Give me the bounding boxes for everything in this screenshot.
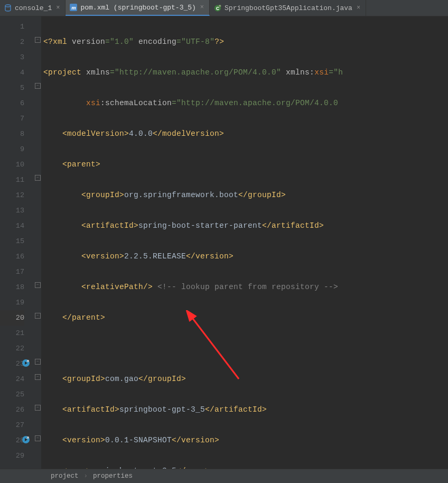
tab-pom[interactable]: m pom.xml (springboot-gpt-3_5) × bbox=[66, 0, 210, 16]
tab-app-java[interactable]: C SpringbootGpt35Application.java × bbox=[210, 0, 366, 16]
line-gutter: 1234567891011121314151617181920212223242… bbox=[0, 16, 34, 469]
maven-icon: m bbox=[70, 4, 77, 11]
breadcrumb-item[interactable]: project bbox=[51, 472, 79, 480]
close-icon[interactable]: × bbox=[55, 4, 61, 12]
tab-label: console_1 bbox=[15, 4, 52, 12]
java-class-icon: C bbox=[214, 4, 221, 12]
code-area[interactable]: <?xml version="1.0" encoding="UTF-8"?> <… bbox=[34, 16, 343, 469]
close-icon[interactable]: × bbox=[199, 4, 205, 11]
db-icon bbox=[4, 4, 12, 12]
svg-point-2 bbox=[219, 4, 221, 7]
tab-console[interactable]: console_1 × bbox=[0, 0, 66, 16]
run-gutter-icon[interactable] bbox=[21, 358, 31, 368]
breadcrumb-item[interactable]: properties bbox=[93, 472, 133, 480]
tab-label: SpringbootGpt35Application.java bbox=[225, 4, 352, 12]
run-gutter-icon[interactable] bbox=[21, 435, 31, 444]
breadcrumb-bar: project › properties bbox=[0, 469, 448, 483]
close-icon[interactable]: × bbox=[356, 4, 361, 12]
editor-tabs: console_1 × m pom.xml (springboot-gpt-3_… bbox=[0, 0, 448, 16]
chevron-right-icon: › bbox=[84, 472, 88, 480]
tab-label: pom.xml (springboot-gpt-3_5) bbox=[80, 4, 195, 12]
code-editor[interactable]: 1234567891011121314151617181920212223242… bbox=[0, 16, 448, 469]
